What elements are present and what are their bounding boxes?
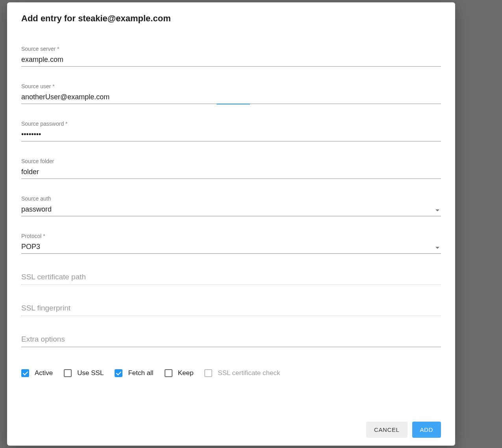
checkbox-label: Use SSL	[77, 369, 104, 377]
label-source-password: Source password *	[21, 121, 441, 127]
field-source-server: Source server *	[21, 46, 441, 67]
input-ssl-cert-path[interactable]	[21, 270, 441, 285]
checkbox-row: Active Use SSL Fetch all Keep SSL certif…	[21, 369, 441, 377]
label-protocol: Protocol *	[21, 233, 441, 239]
add-button[interactable]: ADD	[412, 422, 441, 438]
input-source-server[interactable]	[21, 54, 441, 67]
input-ssl-fingerprint[interactable]	[21, 301, 441, 316]
field-source-auth: Source auth	[21, 195, 441, 216]
label-source-folder: Source folder	[21, 158, 441, 164]
input-source-folder[interactable]	[21, 167, 441, 179]
checkbox-label: Fetch all	[128, 369, 153, 377]
dialog-title: Add entry for steakie@example.com	[21, 13, 441, 24]
cancel-button[interactable]: CANCEL	[366, 422, 407, 438]
input-source-password[interactable]	[21, 129, 441, 141]
checkbox-label: SSL certificate check	[218, 369, 280, 377]
input-extra-options[interactable]	[21, 333, 441, 347]
field-protocol: Protocol *	[21, 233, 441, 254]
checkbox-active[interactable]: Active	[21, 369, 53, 377]
field-source-folder: Source folder	[21, 158, 441, 179]
field-source-password: Source password *	[21, 121, 441, 141]
checkbox-use-ssl[interactable]: Use SSL	[64, 369, 104, 377]
label-source-user: Source user *	[21, 83, 441, 89]
focus-underline	[217, 104, 250, 104]
checkbox-keep[interactable]: Keep	[165, 369, 194, 377]
checkbox-box-icon	[165, 369, 172, 377]
dialog-actions: CANCEL ADD	[21, 422, 441, 438]
field-extra-options	[21, 333, 441, 347]
checkbox-box-icon	[64, 369, 72, 377]
checkbox-box-icon	[204, 369, 212, 377]
add-entry-dialog: Add entry for steakie@example.com Source…	[7, 2, 455, 446]
input-source-user[interactable]	[21, 92, 441, 104]
checkbox-fetch-all[interactable]: Fetch all	[115, 369, 153, 377]
select-protocol[interactable]	[21, 242, 441, 254]
checkbox-label: Active	[35, 369, 53, 377]
checkbox-label: Keep	[178, 369, 194, 377]
checkbox-box-icon	[21, 369, 29, 377]
select-source-auth[interactable]	[21, 204, 441, 216]
checkbox-ssl-cert-check: SSL certificate check	[204, 369, 280, 377]
label-source-auth: Source auth	[21, 195, 441, 202]
modal-backdrop: Add entry for steakie@example.com Source…	[0, 0, 502, 448]
field-ssl-fingerprint	[21, 301, 441, 316]
field-source-user: Source user *	[21, 83, 441, 104]
field-ssl-cert-path	[21, 270, 441, 285]
label-source-server: Source server *	[21, 46, 441, 52]
checkbox-box-icon	[115, 369, 122, 377]
